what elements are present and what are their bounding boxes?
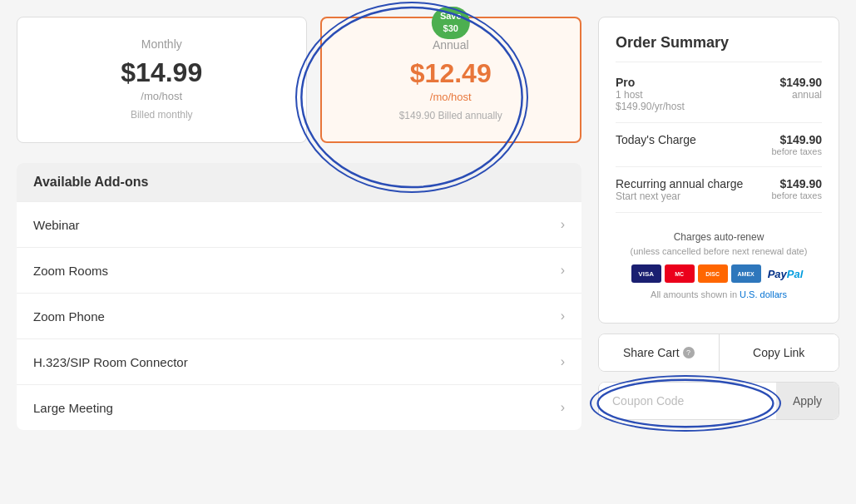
addon-zoom-rooms-label: Zoom Rooms [33,264,108,278]
addon-large-meeting[interactable]: Large Meeting › [17,384,581,430]
annual-billed-info: $149.90 Billed annually [335,110,567,121]
copy-link-label: Copy Link [753,346,804,359]
addon-zoom-rooms[interactable]: Zoom Rooms › [17,247,581,293]
copy-link-button[interactable]: Copy Link [719,334,839,371]
auto-renew-subtext: (unless cancelled before next renewal da… [616,246,822,256]
share-cart-label: Share Cart [623,346,680,359]
today-charge-right: $149.90 before taxes [771,133,822,156]
addon-webinar[interactable]: Webinar › [17,201,581,247]
addon-webinar-label: Webinar [33,218,80,232]
recurring-charge-sublabel: Start next year [616,190,743,202]
coupon-section: Apply [598,382,839,420]
annual-price: $12.49 [335,58,567,89]
chevron-right-icon: › [561,400,565,415]
paypal-icon: PayPal [764,264,807,283]
visa-icon: VISA [631,264,661,283]
monthly-per-host: /mo/host [31,90,293,102]
addons-header: Available Add-ons [17,163,581,201]
recurring-charge-amount: $149.90 [771,177,822,190]
today-charge-note: before taxes [771,146,822,156]
monthly-plan-name: Monthly [31,37,293,51]
apply-coupon-button[interactable]: Apply [776,383,839,419]
annual-per-host: /mo/host [335,91,567,103]
recurring-charge-left: Recurring annual charge Start next year [616,177,743,202]
right-panel: Order Summary Pro 1 host $149.90/yr/host… [598,17,839,430]
product-amount: $149.90 [779,76,822,89]
chevron-right-icon: › [561,217,565,232]
addon-h323-label: H.323/SIP Room Connector [33,355,188,369]
currency-note: All amounts shown in U.S. dollars [616,289,822,299]
addon-large-meeting-label: Large Meeting [33,401,113,415]
currency-link[interactable]: U.S. dollars [740,289,787,299]
chevron-right-icon: › [561,354,565,369]
recurring-charge-right: $149.90 before taxes [771,177,822,200]
chevron-right-icon: › [561,263,565,278]
auto-renew-section: Charges auto-renew (unless cancelled bef… [616,223,822,306]
pricing-row: Monthly $14.99 /mo/host Billed monthly S… [17,17,581,143]
share-cart-button[interactable]: Share Cart ? [599,334,719,371]
order-product-left: Pro 1 host $149.90/yr/host [616,76,685,112]
today-charge-label: Today's Charge [616,133,696,146]
recurring-charge-note: before taxes [771,190,822,200]
order-summary-title: Order Summary [616,34,822,62]
action-buttons: Share Cart ? Copy Link [598,334,839,372]
product-detail-price: $149.90/yr/host [616,101,685,112]
recurring-charge-row: Recurring annual charge Start next year … [616,177,822,213]
discover-icon: DISC [698,264,728,283]
monthly-billed-info: Billed monthly [31,109,293,121]
annual-plan-card[interactable]: Save $30 Annual $12.49 /mo/host $149.90 … [320,17,582,143]
monthly-price: $14.99 [31,57,293,88]
annual-wrapper: Save $30 Annual $12.49 /mo/host $149.90 … [320,17,582,143]
product-name: Pro [616,76,685,89]
help-icon: ? [683,347,695,358]
payment-icons: VISA MC DISC AMEX PayPal [616,264,822,283]
product-detail-host: 1 host [616,89,685,101]
chevron-right-icon: › [561,309,565,324]
annual-plan-name: Annual [335,38,567,52]
addon-h323[interactable]: H.323/SIP Room Connector › [17,338,581,384]
coupon-row: Apply [598,382,839,420]
save-badge: Save $30 [432,7,470,39]
coupon-input[interactable] [599,383,776,419]
order-product-right: $149.90 annual [779,76,822,101]
mastercard-icon: MC [665,264,695,283]
product-billing-freq: annual [779,89,822,101]
order-product-row: Pro 1 host $149.90/yr/host $149.90 annua… [616,76,822,123]
today-charge-amount: $149.90 [771,133,822,146]
addon-zoom-phone-label: Zoom Phone [33,309,105,324]
auto-renew-text: Charges auto-renew [616,231,822,243]
addons-section: Available Add-ons Webinar › Zoom Rooms ›… [17,163,581,430]
amex-icon: AMEX [731,264,761,283]
recurring-charge-label: Recurring annual charge [616,177,743,190]
left-panel: Monthly $14.99 /mo/host Billed monthly S… [17,17,581,430]
today-charge-row: Today's Charge $149.90 before taxes [616,133,822,167]
addon-zoom-phone[interactable]: Zoom Phone › [17,293,581,338]
order-summary-card: Order Summary Pro 1 host $149.90/yr/host… [598,17,839,324]
monthly-plan-card[interactable]: Monthly $14.99 /mo/host Billed monthly [17,17,307,143]
